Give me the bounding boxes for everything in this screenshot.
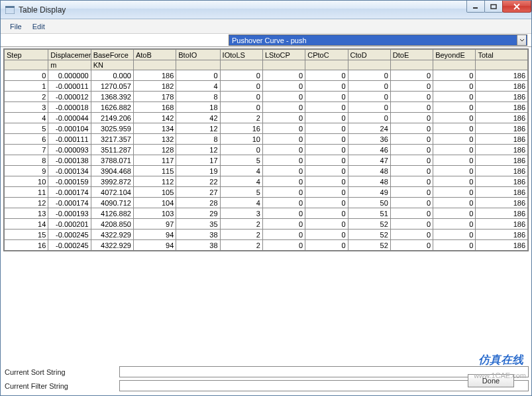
cell[interactable]: 0 xyxy=(305,102,348,113)
cell[interactable]: 0 xyxy=(220,145,262,155)
cell[interactable]: -0.000011 xyxy=(48,81,91,92)
cell[interactable]: 4208.850 xyxy=(91,219,133,230)
table-row[interactable]: 2-0.0000121368.3921788000000186 xyxy=(5,92,528,102)
menu-file[interactable]: File xyxy=(5,21,27,32)
cell[interactable]: 186 xyxy=(476,219,528,230)
cell[interactable]: 0 xyxy=(305,208,348,219)
cell[interactable]: 94 xyxy=(133,230,176,240)
cell[interactable]: 182 xyxy=(133,81,176,92)
cell[interactable]: 186 xyxy=(476,155,528,166)
cell[interactable]: 4072.104 xyxy=(91,187,133,198)
cell[interactable]: 38 xyxy=(176,230,220,240)
column-header[interactable]: BaseForce xyxy=(91,50,133,60)
maximize-button[interactable] xyxy=(484,1,503,13)
table-row[interactable]: 3-0.0000181626.88216818000000186 xyxy=(5,102,528,113)
cell[interactable]: 0 xyxy=(348,92,390,102)
column-header[interactable]: IOtoLS xyxy=(220,50,262,60)
cell[interactable]: 50 xyxy=(348,198,390,208)
cell[interactable]: 142 xyxy=(133,113,176,123)
cell[interactable]: 186 xyxy=(476,134,528,145)
cell[interactable]: -0.000245 xyxy=(48,230,91,240)
table-row[interactable]: 12-0.0001744090.712104284005000186 xyxy=(5,198,528,208)
cell[interactable]: 48 xyxy=(348,166,390,176)
column-header[interactable]: BtoIO xyxy=(176,50,220,60)
cell[interactable]: 0 xyxy=(305,240,348,251)
table-row[interactable]: 9-0.0001343904.468115194004800186 xyxy=(5,166,528,176)
cell[interactable]: 0 xyxy=(262,240,305,251)
cell[interactable]: 0 xyxy=(262,134,305,145)
cell[interactable]: -0.000245 xyxy=(48,240,91,251)
cell[interactable]: 0 xyxy=(262,102,305,113)
cell[interactable]: 2149.206 xyxy=(91,113,133,123)
cell[interactable]: 12 xyxy=(176,145,220,155)
curve-dropdown[interactable]: Pushover Curve - push xyxy=(229,34,527,46)
cell[interactable]: 0 xyxy=(220,102,262,113)
cell[interactable]: 52 xyxy=(348,240,390,251)
table-row[interactable]: 16-0.0002454322.92994382005200186 xyxy=(5,240,528,251)
cell[interactable]: 0 xyxy=(262,145,305,155)
cell[interactable]: -0.000174 xyxy=(48,198,91,208)
cell[interactable]: 4322.929 xyxy=(91,230,133,240)
close-button[interactable] xyxy=(502,1,531,13)
cell[interactable]: 0 xyxy=(262,70,305,81)
cell[interactable]: 0 xyxy=(390,230,433,240)
cell[interactable]: 1368.392 xyxy=(91,92,133,102)
cell[interactable]: 27 xyxy=(176,187,220,198)
cell[interactable]: 0.000 xyxy=(91,70,133,81)
cell[interactable]: 0 xyxy=(390,102,433,113)
cell[interactable]: 19 xyxy=(176,166,220,176)
table-row[interactable]: 8-0.0001383788.071117175004700186 xyxy=(5,155,528,166)
cell[interactable]: 15 xyxy=(5,230,48,240)
done-button[interactable]: Done xyxy=(468,374,514,387)
cell[interactable]: 0 xyxy=(390,208,433,219)
cell[interactable]: 0 xyxy=(390,166,433,176)
cell[interactable]: 4 xyxy=(5,113,48,123)
cell[interactable]: 0 xyxy=(390,70,433,81)
cell[interactable]: 18 xyxy=(176,102,220,113)
cell[interactable]: 0 xyxy=(305,81,348,92)
cell[interactable]: 12 xyxy=(176,123,220,134)
cell[interactable]: 12 xyxy=(5,198,48,208)
cell[interactable]: 16 xyxy=(5,240,48,251)
cell[interactable]: 0 xyxy=(433,102,476,113)
cell[interactable]: -0.000134 xyxy=(48,166,91,176)
cell[interactable]: 5 xyxy=(220,187,262,198)
cell[interactable]: -0.000193 xyxy=(48,208,91,219)
cell[interactable]: 17 xyxy=(176,155,220,166)
cell[interactable]: 4 xyxy=(176,81,220,92)
cell[interactable]: 0 xyxy=(433,187,476,198)
menu-edit[interactable]: Edit xyxy=(27,21,50,32)
cell[interactable]: 0 xyxy=(390,123,433,134)
cell[interactable]: 0 xyxy=(433,81,476,92)
cell[interactable]: 0 xyxy=(305,145,348,155)
cell[interactable]: 3025.959 xyxy=(91,123,133,134)
cell[interactable]: 8 xyxy=(5,155,48,166)
cell[interactable]: 186 xyxy=(476,208,528,219)
cell[interactable]: 186 xyxy=(476,123,528,134)
cell[interactable]: 0 xyxy=(433,166,476,176)
cell[interactable]: 4 xyxy=(220,198,262,208)
table-row[interactable]: 1-0.0000111270.0571824000000186 xyxy=(5,81,528,92)
cell[interactable]: 94 xyxy=(133,240,176,251)
cell[interactable]: 0 xyxy=(305,176,348,187)
cell[interactable]: 0 xyxy=(220,70,262,81)
cell[interactable]: 2 xyxy=(220,113,262,123)
cell[interactable]: 0 xyxy=(433,123,476,134)
cell[interactable]: 0 xyxy=(433,240,476,251)
table-row[interactable]: 11-0.0001744072.104105275004900186 xyxy=(5,187,528,198)
column-header[interactable]: Displacement xyxy=(48,50,91,60)
cell[interactable]: 186 xyxy=(476,113,528,123)
cell[interactable]: 105 xyxy=(133,187,176,198)
cell[interactable]: 14 xyxy=(5,219,48,230)
cell[interactable]: 186 xyxy=(476,198,528,208)
cell[interactable]: 36 xyxy=(348,134,390,145)
cell[interactable]: 1270.057 xyxy=(91,81,133,92)
cell[interactable]: 3217.357 xyxy=(91,134,133,145)
cell[interactable]: 0 xyxy=(390,113,433,123)
cell[interactable]: 112 xyxy=(133,176,176,187)
cell[interactable]: 1 xyxy=(5,81,48,92)
cell[interactable]: 0 xyxy=(305,230,348,240)
column-header[interactable]: LStoCP xyxy=(262,50,305,60)
cell[interactable]: 8 xyxy=(176,92,220,102)
cell[interactable]: 0 xyxy=(390,198,433,208)
